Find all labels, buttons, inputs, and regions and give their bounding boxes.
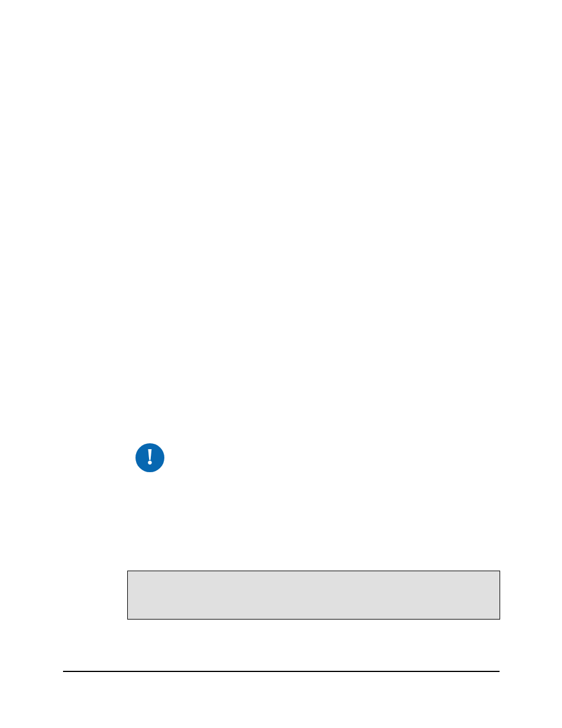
notice-icon: ! xyxy=(135,443,164,472)
exclamation-mark: ! xyxy=(146,445,154,469)
content-box xyxy=(127,571,500,620)
footer-divider xyxy=(63,671,500,672)
document-page: ! xyxy=(0,0,562,728)
